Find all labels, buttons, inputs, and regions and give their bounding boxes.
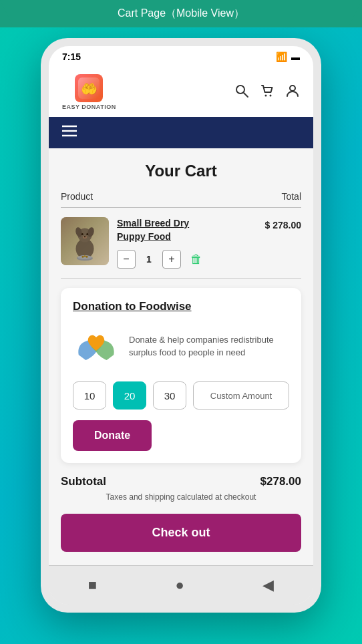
product-info: Small Breed Dry Puppy Food − 1 + 🗑 <box>117 217 257 269</box>
donation-title: Donation to Foodwise <box>73 300 289 313</box>
col-product: Product <box>61 191 93 202</box>
amount-options: 10 20 30 Custom Amount <box>73 381 289 410</box>
cart-header: Product Total <box>61 191 301 208</box>
donate-button[interactable]: Donate <box>73 420 152 451</box>
brand-name: EASY DONATION <box>62 104 116 110</box>
subtotal-value: $278.00 <box>260 475 301 488</box>
banner-title: Cart Page（Mobile View） <box>118 7 244 19</box>
svg-point-5 <box>270 94 272 96</box>
amount-10-button[interactable]: 10 <box>73 381 106 410</box>
status-icons: 📶 ▬ <box>276 51 300 62</box>
foodwise-logo <box>73 323 120 369</box>
amount-30-button[interactable]: 30 <box>153 381 186 410</box>
cart-icon[interactable] <box>260 84 275 102</box>
donation-description: Donate & help companies redistribute sur… <box>129 333 289 359</box>
subtotal-row: Subtotal $278.00 <box>61 475 301 488</box>
svg-line-3 <box>244 93 248 97</box>
svg-point-22 <box>86 256 88 258</box>
delete-item-button[interactable]: 🗑 <box>188 253 205 267</box>
svg-point-17 <box>84 236 85 237</box>
phone-frame: 7:15 📶 ▬ <box>41 38 321 613</box>
subtotal-label: Subtotal <box>61 475 106 488</box>
logo-icon: 🤲 <box>75 74 103 102</box>
checkout-button[interactable]: Check out <box>61 514 301 552</box>
status-time: 7:15 <box>62 51 81 62</box>
cart-title: Your Cart <box>61 162 301 180</box>
hamburger-menu[interactable] <box>62 125 77 140</box>
svg-point-6 <box>290 86 295 91</box>
phone-screen: 7:15 📶 ▬ <box>49 46 313 605</box>
custom-amount-button[interactable]: Custom Amount <box>193 381 289 410</box>
donation-info: Donate & help companies redistribute sur… <box>73 323 289 369</box>
logo-area: 🤲 EASY DONATION <box>62 74 116 110</box>
svg-text:🤲: 🤲 <box>81 81 98 97</box>
tax-note: Taxes and shipping calculated at checkou… <box>61 492 301 502</box>
quantity-control: − 1 + 🗑 <box>117 250 257 269</box>
battery-icon: ▬ <box>291 52 300 62</box>
dog-illustration <box>65 221 105 261</box>
product-total: $ 278.00 <box>265 217 302 230</box>
nav-bar <box>49 117 313 148</box>
donation-card: Donation to Foodwise Donate & help compa… <box>61 288 301 463</box>
svg-point-4 <box>265 94 267 96</box>
product-name: Small Breed Dry Puppy Food <box>117 217 257 243</box>
logo-svg: 🤲 <box>78 77 100 99</box>
square-nav-icon[interactable]: ■ <box>88 577 97 594</box>
bottom-nav: ■ ● ◀ <box>49 565 313 605</box>
qty-value: 1 <box>142 254 156 265</box>
circle-nav-icon[interactable]: ● <box>176 577 184 594</box>
user-icon[interactable] <box>285 84 300 102</box>
svg-point-15 <box>86 233 88 235</box>
product-image <box>61 217 109 265</box>
svg-point-2 <box>236 86 244 94</box>
top-banner: Cart Page（Mobile View） <box>0 0 362 27</box>
app-header: 🤲 EASY DONATION <box>49 67 313 117</box>
status-bar: 7:15 📶 ▬ <box>49 46 313 67</box>
col-total: Total <box>281 191 301 202</box>
header-icons <box>234 84 300 102</box>
svg-point-20 <box>82 256 84 258</box>
main-content: Your Cart Product Total <box>49 148 313 565</box>
qty-increase-button[interactable]: + <box>162 250 181 269</box>
search-icon[interactable] <box>234 84 249 102</box>
back-nav-icon[interactable]: ◀ <box>262 577 274 594</box>
svg-point-21 <box>84 255 86 257</box>
amount-20-button[interactable]: 20 <box>113 381 146 410</box>
product-image-placeholder <box>61 217 109 265</box>
wifi-icon: 📶 <box>276 51 287 62</box>
cart-table: Product Total <box>61 191 301 279</box>
svg-point-14 <box>81 233 83 235</box>
cart-row: Small Breed Dry Puppy Food − 1 + 🗑 $ 278… <box>61 208 301 278</box>
qty-decrease-button[interactable]: − <box>117 250 136 269</box>
